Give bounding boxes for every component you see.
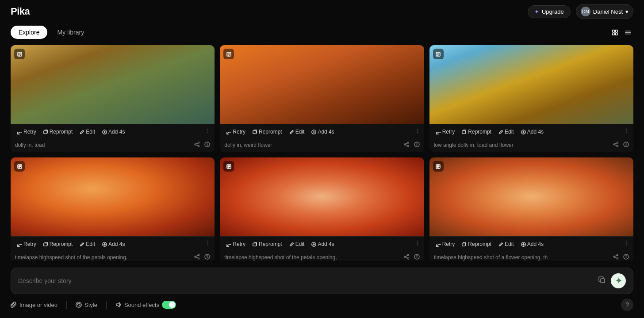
svg-point-28	[417, 129, 418, 130]
share-icon[interactable]	[404, 254, 410, 261]
retry-button-card-3[interactable]: Retry	[433, 127, 458, 137]
add4s-button-card-2[interactable]: Add 4s	[308, 127, 337, 137]
media-thumbnail-2[interactable]	[220, 45, 424, 124]
svg-point-86	[417, 255, 417, 256]
more-options-icon[interactable]	[205, 128, 211, 136]
card-label-3: low angle dolly in, toad and flower	[434, 142, 514, 148]
edit-button-card-1[interactable]: Edit	[77, 127, 98, 137]
share-icon[interactable]	[194, 142, 200, 149]
tab-my-library[interactable]: My library	[49, 26, 92, 39]
edit-button-card-5[interactable]: Edit	[286, 239, 308, 249]
media-type-icon	[433, 161, 444, 172]
list-icon	[625, 30, 631, 35]
edit-button-card-6[interactable]: Edit	[495, 239, 517, 249]
retry-button-card-2[interactable]: Retry	[223, 127, 249, 137]
edit-button-card-2[interactable]: Edit	[286, 127, 308, 137]
more-options-icon[interactable]	[205, 240, 211, 248]
upgrade-label: Upgrade	[542, 8, 564, 15]
generate-button[interactable]: ✦	[611, 273, 626, 288]
svg-point-46	[626, 132, 627, 133]
media-card-4: RetryRepromptEditAdd 4stimelapse highspe…	[11, 157, 215, 261]
share-icon[interactable]	[194, 254, 200, 261]
view-toggle	[610, 27, 633, 38]
prompt-input[interactable]	[18, 277, 592, 284]
svg-rect-8	[44, 130, 47, 134]
more-options-icon[interactable]	[414, 240, 421, 248]
more-options-icon[interactable]	[624, 240, 630, 248]
media-type-icon	[223, 161, 234, 172]
bottom-tools: Image or video Style Sound effects	[11, 299, 633, 311]
reprompt-button-card-4[interactable]: Reprompt	[40, 239, 76, 249]
svg-rect-103	[601, 279, 605, 283]
add4s-button-card-3[interactable]: Add 4s	[518, 127, 547, 137]
svg-line-34	[406, 143, 408, 144]
svg-line-19	[196, 145, 198, 146]
upgrade-button[interactable]: ✦ Upgrade	[528, 5, 571, 18]
share-icon[interactable]	[613, 142, 619, 149]
card-meta-4: timelapse highspeed shot of the petals o…	[11, 252, 215, 261]
tab-explore[interactable]: Explore	[11, 26, 47, 39]
grid-view-button[interactable]	[610, 27, 621, 38]
reprompt-button-card-1[interactable]: Reprompt	[40, 127, 76, 137]
card-actions-2: RetryRepromptEditAdd 4s	[220, 124, 424, 139]
sound-label: Sound effects	[124, 302, 159, 308]
info-icon[interactable]	[204, 142, 210, 149]
svg-point-76	[417, 241, 418, 242]
grid-icon	[612, 30, 618, 35]
add4s-button-card-5[interactable]: Add 4s	[308, 239, 337, 249]
more-options-icon[interactable]	[414, 128, 421, 136]
image-or-video-button[interactable]: Image or video	[11, 302, 58, 308]
card-actions-6: RetryRepromptEditAdd 4s	[429, 236, 633, 252]
add4s-button-card-4[interactable]: Add 4s	[99, 239, 128, 249]
svg-point-38	[417, 143, 417, 143]
share-icon[interactable]	[613, 254, 619, 261]
svg-line-51	[615, 145, 617, 146]
more-options-icon[interactable]	[624, 128, 630, 136]
share-icon[interactable]	[404, 142, 410, 149]
edit-button-card-4[interactable]: Edit	[77, 239, 98, 249]
svg-line-98	[615, 256, 617, 257]
info-icon[interactable]	[414, 254, 420, 261]
svg-point-102	[626, 255, 626, 256]
edit-button-card-3[interactable]: Edit	[495, 127, 517, 137]
sound-effects-toggle[interactable]: Sound effects	[115, 301, 176, 309]
svg-point-12	[207, 129, 208, 130]
retry-button-card-5[interactable]: Retry	[223, 239, 249, 249]
user-menu[interactable]: DN Daniel Nest ▾	[576, 4, 633, 19]
list-view-button[interactable]	[622, 27, 633, 38]
media-thumbnail-4[interactable]	[11, 157, 215, 236]
retry-button-card-1[interactable]: Retry	[14, 127, 39, 137]
svg-point-13	[207, 130, 208, 131]
media-thumbnail-3[interactable]	[429, 45, 633, 124]
info-icon[interactable]	[623, 142, 629, 149]
info-icon[interactable]	[414, 142, 420, 149]
add4s-button-card-1[interactable]: Add 4s	[99, 127, 128, 137]
reprompt-button-card-2[interactable]: Reprompt	[249, 127, 285, 137]
retry-button-card-6[interactable]: Retry	[433, 239, 458, 249]
svg-rect-2	[613, 33, 615, 35]
header-right: ✦ Upgrade DN Daniel Nest ▾	[528, 4, 633, 19]
retry-button-card-4[interactable]: Retry	[14, 239, 39, 249]
svg-rect-40	[462, 130, 466, 134]
media-thumbnail-5[interactable]	[220, 157, 424, 236]
divider	[66, 301, 67, 309]
media-thumbnail-1[interactable]	[11, 45, 215, 124]
style-label: Style	[84, 302, 97, 308]
svg-point-62	[207, 245, 208, 245]
reprompt-button-card-3[interactable]: Reprompt	[459, 127, 494, 137]
reprompt-button-card-5[interactable]: Reprompt	[249, 239, 285, 249]
svg-line-83	[406, 257, 408, 258]
svg-line-67	[196, 257, 198, 258]
media-thumbnail-6[interactable]	[429, 157, 633, 236]
svg-line-18	[196, 143, 198, 144]
help-button[interactable]: ?	[621, 299, 633, 311]
card-meta-5: timelapse highspeed shot of the petals o…	[220, 252, 424, 261]
copy-prompt-button[interactable]	[597, 273, 607, 288]
info-icon[interactable]	[204, 254, 210, 261]
svg-line-66	[196, 256, 198, 257]
add4s-button-card-6[interactable]: Add 4s	[518, 239, 547, 249]
style-button[interactable]: Style	[76, 302, 97, 308]
reprompt-button-card-6[interactable]: Reprompt	[459, 239, 494, 249]
info-icon[interactable]	[623, 254, 629, 261]
sound-toggle-dot[interactable]	[162, 301, 176, 309]
